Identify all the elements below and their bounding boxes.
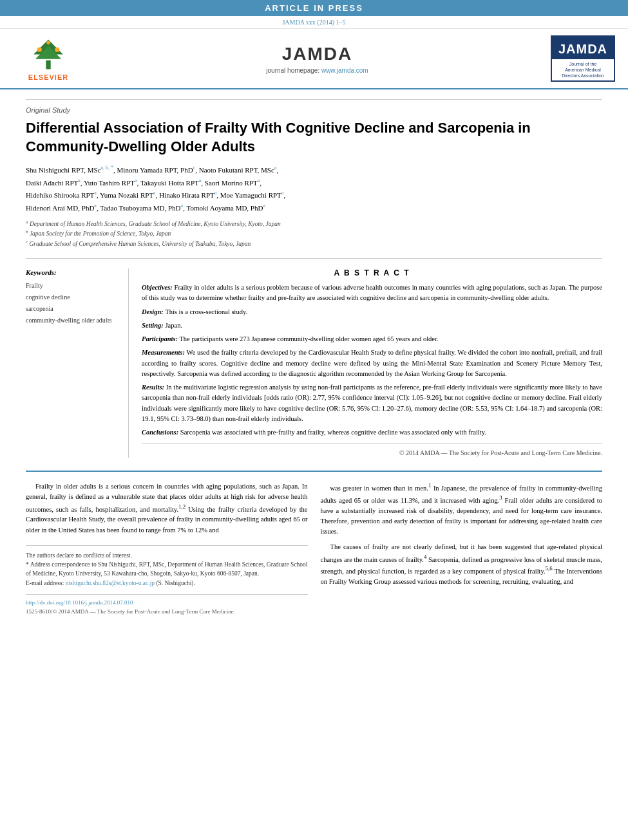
elsevier-text: ELSEVIER xyxy=(28,73,68,81)
setting-text: Japan. xyxy=(165,322,182,329)
measurements-text: We used the frailty criteria developed b… xyxy=(142,349,602,377)
objectives-label: Objectives: xyxy=(142,284,173,291)
email-link[interactable]: nishiguchi.shu.82s@st.kyoto-u.ac.jp xyxy=(66,580,155,586)
conclusions-label: Conclusions: xyxy=(142,429,178,436)
elsevier-tree-icon xyxy=(23,37,74,72)
setting-label: Setting: xyxy=(142,322,164,329)
svg-point-3 xyxy=(37,47,42,51)
design-label: Design: xyxy=(142,308,164,315)
journal-info-bar: JAMDA xxx (2014) 1–5 xyxy=(0,16,628,29)
body-right-text-2: The causes of frailty are not clearly de… xyxy=(321,542,603,587)
doi-line: http://dx.doi.org/10.1016/j.jamda.2014.0… xyxy=(26,594,308,617)
keywords-col: Keywords: Frailty cognitive decline sarc… xyxy=(26,268,129,458)
design-text: This is a cross-sectional study. xyxy=(165,308,247,315)
abstract-section: Keywords: Frailty cognitive decline sarc… xyxy=(26,258,602,458)
jamda-logo: JAMDA Journal of theAmerican MedicalDire… xyxy=(551,35,615,82)
jamda-logo-subtitle: Journal of theAmerican MedicalDirectors … xyxy=(552,59,614,80)
body-right-col: was greater in women than in men.1 In Ja… xyxy=(321,481,603,617)
results-text: In the multivariate logistic regression … xyxy=(142,384,602,422)
abstract-heading: A B S T R A C T xyxy=(142,268,602,277)
keywords-list: Frailty cognitive decline sarcopenia com… xyxy=(26,280,119,326)
jamda-logo-text: JAMDA xyxy=(552,37,614,59)
email-note: E-mail address: nishiguchi.shu.82s@st.ky… xyxy=(26,579,308,588)
correspondence-note: * Address correspondence to Shu Nishiguc… xyxy=(26,560,308,579)
participants-text: The participants were 273 Japanese commu… xyxy=(179,335,438,342)
measurements-label: Measurements: xyxy=(142,349,185,356)
abstract-col: A B S T R A C T Objectives: Frailty in o… xyxy=(142,268,602,458)
article-type-label: Original Study xyxy=(26,99,602,114)
results-label: Results: xyxy=(142,384,164,391)
body-left-text: Frailty in older adults is a serious con… xyxy=(26,481,308,536)
issn-text: 1525-8610/© 2014 AMDA — The Society for … xyxy=(26,608,235,615)
abstract-text: Objectives: Frailty in older adults is a… xyxy=(142,283,602,458)
authors-line: Shu Nishiguchi RPT, MSca, b, *, Minoru Y… xyxy=(26,163,602,213)
article-title: Differential Association of Frailty With… xyxy=(26,119,602,156)
svg-point-5 xyxy=(46,41,50,44)
svg-rect-0 xyxy=(46,60,50,69)
participants-label: Participants: xyxy=(142,335,178,342)
journal-header: ELSEVIER JAMDA journal homepage: www.jam… xyxy=(0,29,628,89)
elsevier-logo: ELSEVIER xyxy=(13,37,84,81)
journal-title: JAMDA xyxy=(84,44,551,64)
svg-point-4 xyxy=(55,47,59,51)
journal-homepage-link[interactable]: www.jamda.com xyxy=(321,67,368,74)
body-section: Frailty in older adults is a serious con… xyxy=(26,471,602,617)
keywords-title: Keywords: xyxy=(26,268,119,276)
journal-center: JAMDA journal homepage: www.jamda.com xyxy=(84,44,551,74)
footnotes-section: The authors declare no conflicts of inte… xyxy=(26,545,308,588)
doi-link[interactable]: http://dx.doi.org/10.1016/j.jamda.2014.0… xyxy=(26,599,133,606)
affiliations: a Department of Human Health Sciences, G… xyxy=(26,219,602,248)
body-right-text-1: was greater in women than in men.1 In Ja… xyxy=(321,481,603,537)
conclusions-text: Sarcopenia was associated with pre-frail… xyxy=(180,429,486,436)
copyright-line: © 2014 AMDA — The Society for Post-Acute… xyxy=(142,443,602,458)
objectives-text: Frailty in older adults is a serious pro… xyxy=(142,284,602,301)
body-left-col: Frailty in older adults is a serious con… xyxy=(26,481,308,617)
journal-homepage: journal homepage: www.jamda.com xyxy=(84,67,551,74)
conflict-note: The authors declare no conflicts of inte… xyxy=(26,551,308,560)
article-in-press-banner: ARTICLE IN PRESS xyxy=(0,0,628,16)
main-content: Original Study Differential Association … xyxy=(0,89,628,626)
